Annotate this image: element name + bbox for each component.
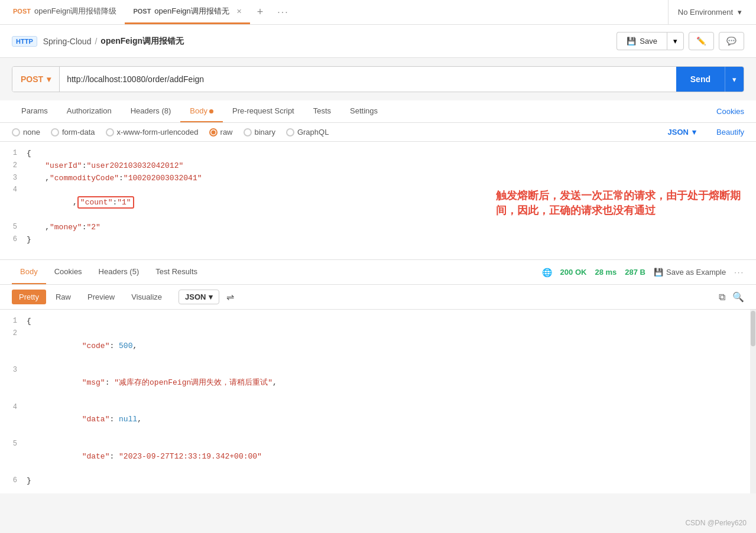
radio-urlencoded — [106, 128, 114, 136]
resp-line-num-4: 4 — [0, 402, 27, 413]
tab-more-button[interactable]: ··· — [270, 0, 296, 24]
search-button[interactable]: 🔍 — [732, 291, 744, 303]
url-input[interactable] — [60, 67, 676, 92]
resp-content-6: } — [27, 475, 756, 488]
resp-val-code: 500 — [119, 342, 132, 350]
body-type-bar: none form-data x-www-form-urlencoded raw… — [0, 123, 756, 142]
tab-bar: POST openFeign调用报错降级 POST openFeign调用报错无… — [0, 0, 756, 25]
environment-label: No Environment — [678, 8, 733, 17]
body-active-dot — [209, 109, 213, 113]
body-type-raw[interactable]: raw — [209, 128, 233, 136]
tab-body[interactable]: Body — [180, 100, 223, 122]
save-dropdown-button[interactable]: ▾ — [667, 32, 684, 50]
response-more-button[interactable]: ··· — [734, 268, 744, 277]
resp-tab-cookies[interactable]: Cookies — [46, 260, 90, 284]
tab-headers[interactable]: Headers (8) — [121, 100, 181, 122]
resp-tab-test-results[interactable]: Test Results — [147, 260, 206, 284]
response-scrollbar[interactable] — [750, 310, 756, 493]
resp-line-5: 5 "date": "2023-09-27T12:33:19.342+00:00… — [0, 438, 756, 475]
count-highlight: "count":"1" — [77, 196, 134, 209]
resp-fmt-pretty[interactable]: Pretty — [12, 290, 46, 304]
body-type-graphql[interactable]: GraphQL — [286, 128, 329, 136]
send-button[interactable]: Send — [676, 67, 725, 92]
tab-tests[interactable]: Tests — [304, 100, 340, 122]
save-example-button[interactable]: 💾 Save as Example — [654, 268, 726, 277]
header-bar: HTTP Spring-Cloud / openFeign调用报错无 💾 Sav… — [0, 25, 756, 58]
scrollbar-thumb — [751, 311, 755, 346]
line-number-3: 3 — [0, 173, 27, 184]
globe-icon: 🌐 — [542, 268, 552, 277]
code-line-5: 5 ,"money":"2" — [0, 222, 756, 234]
copy-button[interactable]: ⧉ — [719, 292, 725, 303]
resp-tab-body[interactable]: Body — [12, 260, 46, 284]
tab-post-feign-1[interactable]: POST openFeign调用报错降级 — [5, 0, 125, 24]
filter-icon[interactable]: ⇌ — [226, 291, 234, 303]
comma-4: , — [54, 198, 77, 207]
tab-settings[interactable]: Settings — [340, 100, 387, 122]
body-tab-label: Body — [190, 106, 207, 115]
tab-post-feign-2[interactable]: POST openFeign调用报错无 ✕ — [125, 0, 249, 24]
comment-icon: 💬 — [726, 37, 736, 46]
method-select[interactable]: POST ▾ — [12, 67, 60, 92]
resp-fmt-raw[interactable]: Raw — [48, 290, 78, 304]
save-label: Save — [640, 37, 657, 46]
save-example-label: Save as Example — [666, 268, 726, 277]
response-header: Body Cookies Headers (5) Test Results 🌐 … — [0, 260, 756, 285]
send-button-group: Send ▾ — [676, 67, 744, 92]
chevron-down-icon: ▾ — [732, 75, 736, 84]
key-userId: "userId" — [27, 161, 82, 170]
resp-key-data: "data" — [63, 415, 109, 424]
body-type-binary[interactable]: binary — [244, 128, 275, 136]
chevron-down-icon: ▾ — [673, 37, 677, 46]
tab-pre-request[interactable]: Pre-request Script — [223, 100, 304, 122]
send-dropdown-button[interactable]: ▾ — [725, 67, 744, 92]
save-button[interactable]: 💾 Save — [617, 32, 667, 50]
method-badge-2: POST — [133, 8, 151, 15]
resp-format-label: JSON — [185, 292, 206, 301]
body-type-binary-label: binary — [255, 128, 275, 136]
resp-fmt-visualize[interactable]: Visualize — [124, 290, 169, 304]
tab-params[interactable]: Params — [12, 100, 57, 122]
breadcrumb-current: openFeign调用报错无 — [100, 36, 184, 47]
resp-format-select[interactable]: JSON ▾ — [179, 290, 219, 304]
line-content-3: ,"commodityCode":"100202003032041" — [27, 173, 756, 185]
resp-content-1: { — [27, 316, 756, 328]
tab-authorization[interactable]: Authorization — [57, 100, 121, 122]
request-body-editor[interactable]: 1 { 2 "userId":"user202103032042012" 3 ,… — [0, 142, 756, 260]
cookies-link[interactable]: Cookies — [716, 101, 744, 122]
edit-button[interactable]: ✏️ — [689, 32, 714, 50]
response-meta: 🌐 200 OK 28 ms 287 B 💾 Save as Example ·… — [542, 268, 744, 277]
resp-tab-headers[interactable]: Headers (5) — [90, 260, 148, 284]
resp-line-num-5: 5 — [0, 438, 27, 450]
url-bar: POST ▾ Send ▾ — [12, 66, 744, 92]
line-number-1: 1 — [0, 148, 27, 159]
beautify-button[interactable]: Beautify — [716, 128, 744, 136]
response-body-editor[interactable]: 1 { 2 "code": 500, 3 "msg": "减库存的openFei… — [0, 310, 756, 493]
response-actions: ⧉ 🔍 — [719, 291, 744, 303]
tab-add-button[interactable]: + — [250, 0, 271, 24]
resp-line-num-3: 3 — [0, 365, 27, 376]
resp-val-data: null — [119, 415, 137, 424]
body-type-urlencoded[interactable]: x-www-form-urlencoded — [106, 128, 199, 136]
response-format-bar: Pretty Raw Preview Visualize JSON ▾ ⇌ ⧉ … — [0, 285, 756, 310]
tab-close-2[interactable]: ✕ — [236, 8, 242, 15]
val-count: "1" — [117, 198, 131, 207]
breadcrumb-separator: / — [95, 37, 97, 46]
body-type-none[interactable]: none — [12, 128, 40, 136]
resp-key-date: "date" — [63, 452, 109, 461]
breadcrumb-root[interactable]: Spring-Cloud — [43, 37, 92, 46]
resp-fmt-preview[interactable]: Preview — [80, 290, 122, 304]
environment-selector[interactable]: No Environment ▾ — [668, 0, 751, 24]
comment-button[interactable]: 💬 — [719, 32, 744, 50]
resp-val-date: "2023-09-27T12:33:19.342+00:00" — [119, 452, 262, 461]
response-time: 28 ms — [595, 268, 617, 277]
chevron-down-icon: ▾ — [47, 74, 51, 84]
val-userId: "user202103032042012" — [86, 161, 183, 170]
resp-content-4: "data": null, — [27, 402, 756, 438]
response-size: 287 B — [625, 268, 645, 277]
code-line-3: 3 ,"commodityCode":"100202003032041" — [0, 173, 756, 185]
format-select[interactable]: JSON ▾ — [668, 128, 696, 136]
resp-line-2: 2 "code": 500, — [0, 328, 756, 365]
body-type-form-data[interactable]: form-data — [51, 128, 95, 136]
key-money: "money" — [50, 223, 82, 232]
